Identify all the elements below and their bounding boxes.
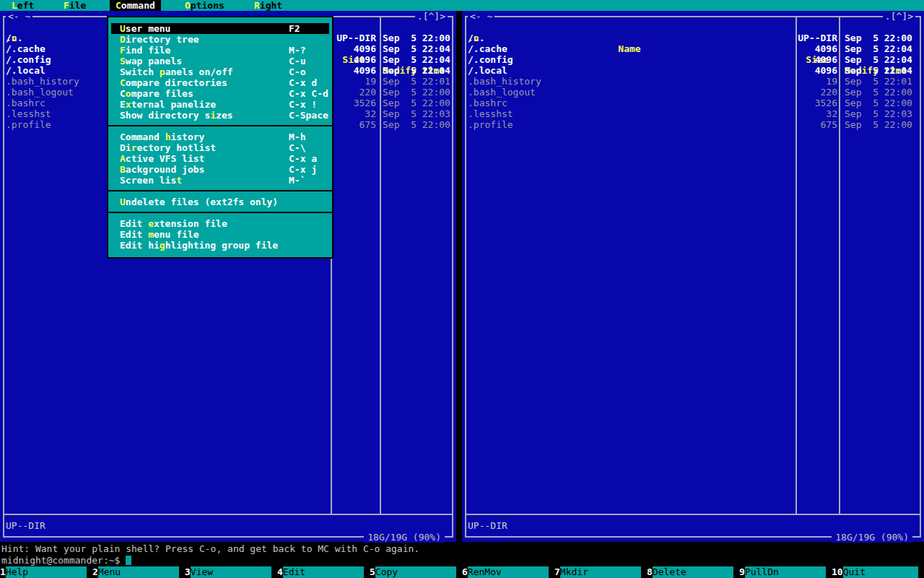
menu-item-compare-directories[interactable]: Compare directoriesC-x d [111, 77, 329, 88]
menubar-item-file[interactable]: File [58, 0, 92, 11]
menu-item-undelete-files[interactable]: Undelete files (ext2fs only) [111, 197, 329, 207]
right-panel-status-separator [466, 514, 920, 515]
command-dropdown-menu: User menuF2 Directory tree Find fileM-? … [107, 16, 334, 259]
menu-bar: Left File Command Options Right [0, 0, 924, 11]
file-row[interactable]: /.cache4096Sep 5 22:04 [462, 43, 924, 54]
command-menu-list: User menuF2 Directory tree Find fileM-? … [108, 23, 332, 251]
menu-item-show-directory-sizes[interactable]: Show directory sizesC-Space [111, 110, 329, 121]
left-panel-ministatus: UP--DIR [6, 520, 45, 531]
left-panel-up-button[interactable]: .[^]> [415, 11, 448, 22]
fkey-help[interactable]: 1Help [0, 566, 92, 578]
right-panel-disk-usage: 18G/19G (90%) [832, 532, 912, 543]
right-panel-up-button[interactable]: .[^]> [883, 11, 915, 22]
file-row[interactable]: .bash_history19Sep 5 22:01 [462, 76, 924, 87]
right-file-panel: <- ~ .[^]> .n Name Size Modify time /..U… [462, 11, 924, 542]
menu-item-edit-highlighting-group-file[interactable]: Edit highlighting group file [111, 240, 329, 251]
menubar-item-right[interactable]: Right [248, 0, 288, 11]
menu-item-directory-hotlist[interactable]: Directory hotlistC-\ [111, 142, 329, 153]
menu-item-find-file[interactable]: Find fileM-? [111, 45, 329, 56]
terminal-cursor [126, 556, 131, 565]
menu-item-directory-tree[interactable]: Directory tree [111, 34, 329, 45]
fkey-pulldn[interactable]: 9PullDn [739, 566, 832, 578]
menu-item-screen-list[interactable]: Screen listM-` [111, 175, 329, 186]
mc-terminal: Left File Command Options Right <- ~ .[^… [0, 0, 924, 578]
right-panel-path[interactable]: <- ~ [468, 11, 494, 22]
fkey-edit[interactable]: 4Edit [277, 566, 370, 578]
menu-item-compare-files[interactable]: Compare filesC-x C-d [111, 88, 329, 99]
hint-line: Hint: Want your plain shell? Press C-o, … [1, 543, 924, 555]
file-row[interactable]: .bashrc3526Sep 5 22:00 [462, 98, 924, 108]
prompt-text: midnight@commander:~$ [1, 555, 120, 566]
menubar-item-command[interactable]: Command [110, 0, 161, 11]
menu-item-edit-menu-file[interactable]: Edit menu file [111, 229, 329, 240]
fkey-copy[interactable]: 5Copy [370, 566, 462, 578]
file-row[interactable]: /.local4096Sep 5 22:04 [462, 65, 924, 76]
menu-separator [108, 186, 332, 197]
fkey-mkdir[interactable]: 7Mkdir [554, 566, 647, 578]
fkey-delete[interactable]: 8Delete [647, 566, 739, 578]
file-row[interactable]: /..UP--DIRSep 5 22:00 [462, 33, 924, 43]
left-panel-status-separator [4, 514, 453, 515]
menu-item-active-vfs-list[interactable]: Active VFS listC-x a [111, 153, 329, 164]
menu-item-edit-extension-file[interactable]: Edit extension file [111, 218, 329, 229]
menu-item-switch-panels-on-off[interactable]: Switch panels on/offC-o [111, 66, 329, 77]
right-panel-rows: .n Name Size Modify time /..UP--DIRSep 5… [462, 22, 924, 130]
fkey-menu[interactable]: 2Menu [92, 566, 185, 578]
menu-separator [108, 207, 332, 218]
menu-item-external-panelize[interactable]: External panelizeC-x ! [111, 99, 329, 110]
menu-item-user-menu[interactable]: User menuF2 [111, 23, 329, 34]
function-key-bar: 1Help 2Menu 3View 4Edit 5Copy 6RenMov 7M… [0, 566, 924, 578]
menubar-item-left[interactable]: Left [6, 0, 40, 11]
fkey-quit[interactable]: 10Quit [832, 566, 924, 578]
file-row[interactable]: .profile675Sep 5 22:00 [462, 119, 924, 130]
file-row[interactable]: .bash_logout220Sep 5 22:00 [462, 87, 924, 98]
right-panel-ministatus: UP--DIR [468, 520, 507, 531]
file-row[interactable]: .lesshst32Sep 5 22:03 [462, 108, 924, 119]
menubar-item-options[interactable]: Options [179, 0, 230, 11]
file-row[interactable]: /.config4096Sep 5 22:04 [462, 54, 924, 65]
shell-prompt[interactable]: midnight@commander:~$ [1, 555, 924, 566]
fkey-view[interactable]: 3View [185, 566, 277, 578]
left-panel-disk-usage: 18G/19G (90%) [364, 532, 445, 543]
fkey-renmov[interactable]: 6RenMov [462, 566, 554, 578]
menu-item-background-jobs[interactable]: Background jobsC-x j [111, 164, 329, 175]
right-panel-header: .n Name Size Modify time [462, 22, 924, 33]
menu-item-swap-panels[interactable]: Swap panelsC-u [111, 56, 329, 66]
menu-separator [108, 121, 332, 131]
left-panel-path[interactable]: <- ~ [6, 11, 32, 22]
menu-item-command-history[interactable]: Command historyM-h [111, 131, 329, 142]
